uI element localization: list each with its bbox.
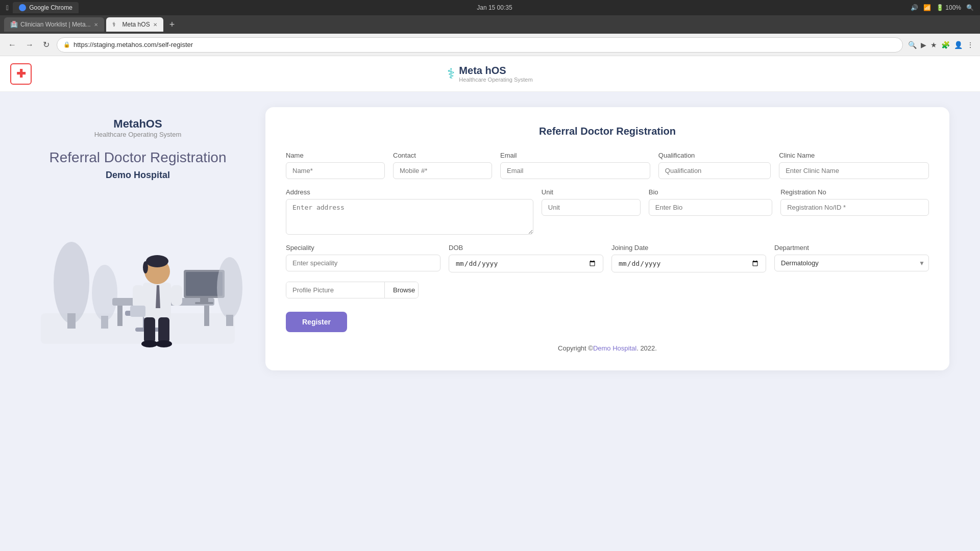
battery-icon: 🔋 100% <box>936 4 961 11</box>
new-tab-button[interactable]: + <box>165 19 179 30</box>
copyright: Copyright ©Demo Hospital. 2022. <box>286 344 929 352</box>
form-row-2: Address Unit Bio Registration No <box>286 188 929 235</box>
speciality-label: Speciality <box>286 244 440 252</box>
tab-close-1[interactable]: ✕ <box>94 22 98 28</box>
url-text: https://staging.metahos.com/self-registe… <box>74 41 193 48</box>
regno-input[interactable] <box>780 199 929 216</box>
dob-input[interactable] <box>449 255 603 272</box>
unit-input[interactable] <box>542 199 641 216</box>
chrome-indicator <box>19 4 26 11</box>
qualification-label: Qualification <box>658 152 771 159</box>
bio-input[interactable] <box>649 199 772 216</box>
joining-label: Joining Date <box>611 244 766 252</box>
tab-close-2[interactable]: ✕ <box>153 22 157 28</box>
zoom-icon[interactable]: 🔍 <box>908 41 917 49</box>
tab-favicon-2: ⚕ <box>112 21 119 28</box>
svg-rect-21 <box>171 285 182 306</box>
svg-rect-6 <box>117 306 122 326</box>
bookmark-icon[interactable]: ★ <box>930 41 937 49</box>
dept-select[interactable]: Dermatology Cardiology Neurology Orthope… <box>774 255 929 271</box>
svg-rect-4 <box>101 316 108 329</box>
forward-button[interactable]: → <box>23 38 36 52</box>
hospital-name: Demo Hospital <box>31 170 245 181</box>
browse-button[interactable]: Browse <box>384 282 419 298</box>
unit-group: Unit <box>542 188 641 235</box>
clinic-input[interactable] <box>779 162 929 179</box>
svg-point-26 <box>156 340 172 347</box>
cast-icon[interactable]: ▶ <box>921 41 926 49</box>
file-input-group: Browse <box>286 282 419 298</box>
svg-point-3 <box>92 265 117 321</box>
extensions-icon[interactable]: 🧩 <box>941 41 950 49</box>
clinic-label: Clinic Name <box>779 152 929 159</box>
tab-label-1: Clinician Worklist | Meta... <box>20 21 91 28</box>
doctor-illustration-svg <box>31 191 245 354</box>
tab-metahos[interactable]: ⚕ Meta hOS ✕ <box>106 17 163 32</box>
qualification-input[interactable] <box>658 162 771 179</box>
logo-subtitle: Healthcare Operating System <box>459 77 532 83</box>
browser-action-icons: 🔍 ▶ ★ 🧩 👤 ⋮ <box>908 41 974 49</box>
bio-label: Bio <box>649 188 772 196</box>
svg-rect-2 <box>67 313 76 329</box>
address-label: Address <box>286 188 533 196</box>
bio-group: Bio <box>649 188 772 235</box>
contact-group: Contact <box>393 152 492 179</box>
name-input[interactable] <box>286 162 385 179</box>
apple-icon:  <box>6 4 9 12</box>
search-icon: 🔍 <box>966 4 974 11</box>
speciality-group: Speciality <box>286 244 440 272</box>
brand-name: MetahOS <box>31 117 245 131</box>
form-title: Referral Doctor Registration <box>286 126 929 137</box>
dob-label: DOB <box>449 244 603 252</box>
lock-icon: 🔒 <box>63 41 70 48</box>
tab-clinician-worklist[interactable]: 🏥 Clinician Worklist | Meta... ✕ <box>4 17 104 32</box>
contact-input[interactable] <box>393 162 492 179</box>
email-label: Email <box>500 152 650 159</box>
speciality-input[interactable] <box>286 255 440 271</box>
svg-rect-22 <box>130 306 145 317</box>
tab-label-2: Meta hOS <box>122 21 150 28</box>
svg-point-19 <box>143 261 148 273</box>
address-box[interactable]: 🔒 https://staging.metahos.com/self-regis… <box>57 37 903 53</box>
menu-icon[interactable]: ⋮ <box>967 41 974 49</box>
system-icons: 🔊 📶 🔋 100% 🔍 <box>911 4 974 11</box>
svg-rect-28 <box>226 315 233 326</box>
form-row-3: Speciality DOB Joining Date Department <box>286 244 929 272</box>
dept-label: Department <box>774 244 929 252</box>
svg-rect-23 <box>144 317 155 343</box>
email-input[interactable] <box>500 162 650 179</box>
profile-icon[interactable]: 👤 <box>954 41 963 49</box>
file-name-display <box>286 282 384 298</box>
clinic-group: Clinic Name <box>779 152 929 179</box>
svg-rect-7 <box>204 306 209 326</box>
register-row: Register <box>286 308 929 332</box>
site-header: ✚ ⚕ Meta hOS Healthcare Operating System <box>0 56 980 92</box>
brand-subtitle: Healthcare Operating System <box>31 131 245 138</box>
form-row-1: Name Contact Email Qualification <box>286 152 929 179</box>
red-cross-icon: ✚ <box>16 67 26 81</box>
register-button[interactable]: Register <box>286 312 347 332</box>
system-time: Jan 15 00:35 <box>477 4 512 11</box>
dob-group: DOB <box>449 244 603 272</box>
svg-rect-20 <box>133 285 144 308</box>
form-panel: Referral Doctor Registration Name Contac… <box>265 107 949 370</box>
contact-label: Contact <box>393 152 492 159</box>
copyright-link[interactable]: Demo Hospital <box>593 344 636 352</box>
back-button[interactable]: ← <box>6 38 18 52</box>
svg-point-27 <box>217 257 242 318</box>
department-group: Department Dermatology Cardiology Neurol… <box>774 244 929 272</box>
wifi-icon: 📶 <box>923 4 931 11</box>
chrome-label: Google Chrome <box>29 4 72 11</box>
svg-point-25 <box>141 340 158 347</box>
svg-rect-24 <box>158 317 169 343</box>
email-group: Email <box>500 152 650 179</box>
address-input[interactable] <box>286 199 533 235</box>
reload-button[interactable]: ↻ <box>41 38 52 52</box>
joining-input[interactable] <box>611 255 766 272</box>
illustration <box>31 191 245 354</box>
site-logo: ⚕ Meta hOS Healthcare Operating System <box>447 65 532 83</box>
dept-select-wrap: Dermatology Cardiology Neurology Orthope… <box>774 255 929 271</box>
qualification-group: Qualification <box>658 152 771 179</box>
copyright-text: Copyright © <box>558 344 593 352</box>
volume-icon: 🔊 <box>911 4 918 11</box>
